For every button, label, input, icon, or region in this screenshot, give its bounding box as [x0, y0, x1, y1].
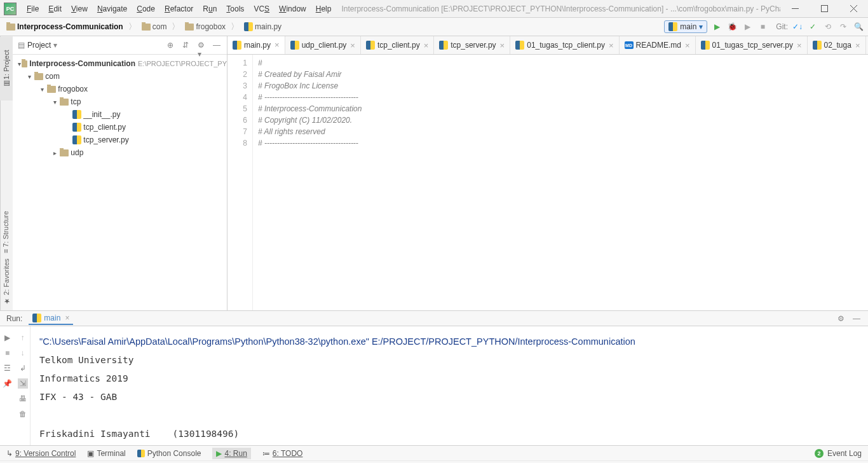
close-icon[interactable]: × [63, 314, 69, 322]
rerun-button[interactable]: ▶ [3, 333, 13, 343]
git-label: Git: [776, 22, 788, 31]
tree-file[interactable]: tcp_client.py [13, 121, 227, 134]
tree-file[interactable]: __init__.py [13, 108, 227, 121]
breadcrumb-item[interactable]: frogobox [182, 21, 228, 32]
close-icon[interactable]: × [855, 41, 860, 50]
editor-tab[interactable]: 02_tuga× [808, 36, 866, 54]
expand-icon[interactable]: ▾ [53, 99, 60, 106]
editor-tab[interactable]: udp_client.py× [285, 36, 361, 54]
notification-badge: 2 [815, 449, 824, 458]
editor-tab[interactable]: 01_tugas_tcp_server.py× [696, 36, 808, 54]
menu-code[interactable]: Code [133, 3, 159, 15]
menu-view[interactable]: View [67, 3, 92, 15]
menu-file[interactable]: File [23, 3, 43, 15]
breadcrumb-file[interactable]: main.py [241, 21, 284, 32]
close-icon[interactable]: × [797, 41, 802, 50]
bottom-tab-terminal[interactable]: ▣Terminal [87, 449, 125, 458]
editor-tab[interactable]: 01_tugas_tcp_client.py× [510, 36, 619, 54]
scroll-button[interactable]: ⇲ [18, 378, 28, 389]
tree-folder-com[interactable]: ▾ com [13, 70, 227, 83]
close-icon[interactable]: × [609, 41, 614, 50]
hide-icon[interactable]: — [213, 41, 222, 50]
tree-folder-udp[interactable]: ▸ udp [13, 146, 227, 159]
breadcrumb-root[interactable]: Interprocess-Communication [4, 21, 126, 32]
tree-root[interactable]: ▾ Interprocess-Communication E:\PROJECT\… [13, 57, 227, 70]
tree-folder-tcp[interactable]: ▾ tcp [13, 95, 227, 108]
wrap-button[interactable]: ↲ [18, 363, 28, 373]
bottom-tab-todo[interactable]: ≔6: TODO [262, 449, 303, 458]
settings-icon[interactable]: ⚙ ▾ [198, 41, 207, 50]
up-button[interactable]: ↑ [18, 333, 28, 343]
collapse-icon[interactable]: ⇵ [182, 41, 191, 50]
tree-file[interactable]: tcp_server.py [13, 134, 227, 146]
revert-button[interactable]: ↷ [837, 21, 849, 32]
left-tab-favorites[interactable]: ★ 2: Favorites [2, 258, 11, 305]
close-icon[interactable]: × [500, 41, 505, 50]
editor-tab[interactable]: MDREADME.md× [620, 36, 696, 54]
debug-button[interactable]: 🐞 [726, 21, 738, 32]
tab-label: tcp_server.py [451, 41, 496, 50]
expand-icon[interactable]: ▾ [28, 73, 34, 80]
close-button[interactable] [839, 0, 868, 18]
blank [3, 394, 13, 404]
menu-window[interactable]: Window [275, 3, 310, 15]
run-button[interactable]: ▶ [711, 21, 722, 32]
list-icon: ≔ [262, 449, 270, 458]
editor-tab[interactable]: main.py× [227, 36, 285, 55]
menu-vcs[interactable]: VCS [250, 3, 273, 15]
hide-icon[interactable]: — [853, 314, 862, 323]
close-icon[interactable]: × [275, 40, 280, 50]
close-icon[interactable]: × [350, 41, 355, 50]
markdown-icon: MD [625, 41, 634, 49]
maximize-button[interactable] [810, 0, 839, 18]
print-button[interactable]: 🖶 [18, 394, 28, 404]
trash-button[interactable]: 🗑 [18, 409, 28, 419]
folder-icon [22, 60, 27, 67]
update-project-button[interactable]: ✓↓ [792, 21, 803, 32]
run-with-coverage-button[interactable]: ▶ [742, 21, 753, 32]
bottom-tab-pyconsole[interactable]: Python Console [137, 449, 201, 458]
expand-icon[interactable]: ▾ [41, 86, 47, 93]
python-icon [72, 110, 81, 119]
console-output[interactable]: "C:\Users\Faisal Amir\AppData\Local\Prog… [31, 326, 868, 445]
search-button[interactable]: 🔍 [853, 21, 864, 32]
run-configuration-selector[interactable]: main ▾ [664, 20, 707, 33]
locate-icon[interactable]: ⊕ [167, 41, 176, 50]
code-editor[interactable]: ## Created by Faisal Amir# FrogoBox Inc … [253, 55, 868, 310]
python-icon [72, 135, 81, 144]
menu-edit[interactable]: Edit [44, 3, 65, 15]
menu-navigate[interactable]: Navigate [93, 3, 131, 15]
pin-button[interactable]: 📌 [3, 378, 13, 389]
collapse-icon[interactable]: ▸ [53, 149, 60, 156]
play-icon: ▶ [216, 449, 222, 458]
left-tab-structure[interactable]: ≡ 7: Structure [2, 211, 11, 253]
commit-button[interactable]: ✓ [807, 21, 818, 32]
history-button[interactable]: ⟲ [822, 21, 834, 32]
editor-tab[interactable]: tcp_server.py× [434, 36, 510, 54]
menu-help[interactable]: Help [312, 3, 336, 15]
down-button[interactable]: ↓ [18, 348, 28, 358]
close-icon[interactable]: × [685, 41, 690, 50]
left-tab-project[interactable]: ▤ 1: Project [0, 37, 13, 100]
menu-refactor[interactable]: Refactor [161, 3, 197, 15]
menu-run[interactable]: Run [199, 3, 220, 15]
bottom-tab-vcs[interactable]: ↳9: Version Control [6, 449, 76, 458]
tree-label: __init__.py [83, 110, 120, 119]
bottom-tab-run[interactable]: ▶4: Run [212, 448, 250, 459]
chevron-down-icon[interactable]: ▾ [53, 41, 57, 50]
stop-button[interactable]: ■ [3, 348, 13, 358]
minimize-button[interactable] [780, 0, 810, 18]
settings-icon[interactable]: ⚙ [837, 314, 846, 323]
folder-icon [34, 73, 43, 80]
tree-folder-frogobox[interactable]: ▾ frogobox [13, 83, 227, 95]
menu-tools[interactable]: Tools [222, 3, 248, 15]
bottom-tab-eventlog[interactable]: Event Log [827, 449, 862, 458]
stop-button[interactable]: ■ [757, 21, 768, 32]
close-icon[interactable]: × [424, 41, 429, 50]
breadcrumb-item[interactable]: com [139, 21, 170, 32]
breadcrumb-label: Interprocess-Communication [17, 22, 123, 31]
project-panel-title[interactable]: Project [27, 41, 51, 50]
layout-button[interactable]: ☲ [3, 363, 13, 373]
run-tab[interactable]: main × [29, 312, 73, 325]
editor-tab[interactable]: tcp_client.py× [361, 36, 434, 54]
